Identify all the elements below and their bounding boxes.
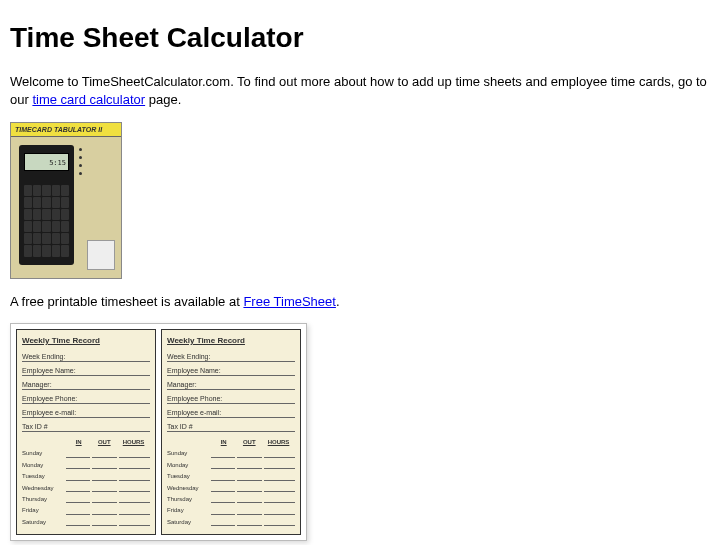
time-card-calculator-link[interactable]: time card calculator [32, 92, 145, 107]
timesheet-cell [92, 507, 116, 515]
timesheet-cell [66, 450, 90, 458]
timesheet-row: Tuesday [22, 472, 150, 480]
timesheet-row: Saturday [167, 518, 295, 526]
timesheet-header-cell [167, 438, 211, 446]
timesheet-field: Employee e-mail: [167, 408, 295, 418]
timesheet-row: Thursday [167, 495, 295, 503]
calculator-features [79, 147, 117, 179]
timesheet-cell [237, 461, 261, 469]
timesheet-row: Monday [22, 461, 150, 469]
timesheet-row: Friday [167, 506, 295, 514]
timesheet-cell [237, 518, 261, 526]
timesheet-cell [119, 495, 150, 503]
timesheet-field: Week Ending: [167, 352, 295, 362]
timesheet-cell [237, 495, 261, 503]
timesheet-field: Employee e-mail: [22, 408, 150, 418]
timesheet-day-label: Monday [22, 461, 64, 469]
timesheet-cell [237, 450, 261, 458]
timesheet-cell [66, 461, 90, 469]
timesheet-cell [211, 473, 235, 481]
calculator-header-label: TIMECARD TABULATOR II [11, 123, 121, 138]
timesheet-cell [92, 518, 116, 526]
timesheet-column-headers: INOUTHOURS [167, 438, 295, 446]
second-text-before: A free printable timesheet is available … [10, 294, 243, 309]
timesheet-cell [119, 473, 150, 481]
timesheet-cell [264, 507, 295, 515]
timesheet-header-cell: OUT [236, 438, 262, 446]
timesheet-field: Manager: [22, 380, 150, 390]
calculator-inset-image [87, 240, 115, 270]
timesheet-cell [264, 495, 295, 503]
timesheet-cell [237, 507, 261, 515]
timesheet-header-cell: HOURS [262, 438, 295, 446]
timesheet-cell [264, 450, 295, 458]
timesheet-cell [211, 507, 235, 515]
timesheet-field: Tax ID # [167, 422, 295, 432]
timesheet-field: Employee Name: [22, 366, 150, 376]
timesheet-day-label: Friday [167, 506, 209, 514]
timesheet-cell [66, 484, 90, 492]
timesheet-cell [211, 518, 235, 526]
timesheet-day-label: Friday [22, 506, 64, 514]
timesheet-day-label: Sunday [167, 449, 209, 457]
intro-text-after: page. [145, 92, 181, 107]
timesheet-cell [92, 484, 116, 492]
timesheet-cell [92, 473, 116, 481]
timesheet-cell [66, 507, 90, 515]
timesheet-header-cell: IN [211, 438, 237, 446]
timesheet-cell [264, 461, 295, 469]
timesheet-cell [92, 461, 116, 469]
timesheet-header-cell: OUT [91, 438, 117, 446]
timesheet-field: Tax ID # [22, 422, 150, 432]
timesheet-row: Sunday [22, 449, 150, 457]
timesheet-row: Thursday [22, 495, 150, 503]
timesheet-cell [119, 461, 150, 469]
timesheet-day-label: Thursday [167, 495, 209, 503]
timesheet-cell [119, 450, 150, 458]
calculator-product-image: TIMECARD TABULATOR II 5:15 [10, 122, 122, 279]
timesheet-field: Employee Name: [167, 366, 295, 376]
timesheet-day-label: Thursday [22, 495, 64, 503]
timesheet-field: Manager: [167, 380, 295, 390]
timesheet-row: Saturday [22, 518, 150, 526]
timesheet-column-right: Weekly Time RecordWeek Ending:Employee N… [161, 329, 301, 535]
timesheet-cell [66, 473, 90, 481]
free-timesheet-link[interactable]: Free TimeSheet [243, 294, 336, 309]
timesheet-day-label: Saturday [22, 518, 64, 526]
timesheet-cell [92, 495, 116, 503]
timesheet-column-headers: INOUTHOURS [22, 438, 150, 446]
timesheet-row: Friday [22, 506, 150, 514]
timesheet-cell [119, 518, 150, 526]
timesheet-header-cell: IN [66, 438, 92, 446]
timesheet-field: Week Ending: [22, 352, 150, 362]
timesheet-day-label: Sunday [22, 449, 64, 457]
timesheet-field: Employee Phone: [167, 394, 295, 404]
timesheet-cell [119, 507, 150, 515]
timesheet-row: Monday [167, 461, 295, 469]
timesheet-cell [119, 484, 150, 492]
timesheet-title: Weekly Time Record [167, 335, 295, 346]
timesheet-cell [211, 450, 235, 458]
timesheet-cell [264, 518, 295, 526]
timesheet-cell [66, 495, 90, 503]
calculator-body: 5:15 [19, 145, 74, 265]
timesheet-header-cell [22, 438, 66, 446]
timesheet-column-left: Weekly Time RecordWeek Ending:Employee N… [16, 329, 156, 535]
page-title: Time Sheet Calculator [10, 18, 717, 57]
timesheet-cell [264, 473, 295, 481]
second-paragraph: A free printable timesheet is available … [10, 293, 717, 311]
timesheet-row: Sunday [167, 449, 295, 457]
timesheet-cell [211, 484, 235, 492]
timesheet-day-label: Tuesday [22, 472, 64, 480]
timesheet-day-label: Wednesday [22, 484, 64, 492]
timesheet-day-label: Saturday [167, 518, 209, 526]
timesheet-cell [211, 461, 235, 469]
timesheet-day-label: Wednesday [167, 484, 209, 492]
timesheet-cell [92, 450, 116, 458]
calculator-screen: 5:15 [24, 153, 69, 171]
timesheet-cell [237, 473, 261, 481]
timesheet-cell [211, 495, 235, 503]
timesheet-title: Weekly Time Record [22, 335, 150, 346]
timesheet-row: Tuesday [167, 472, 295, 480]
timesheet-header-cell: HOURS [117, 438, 150, 446]
